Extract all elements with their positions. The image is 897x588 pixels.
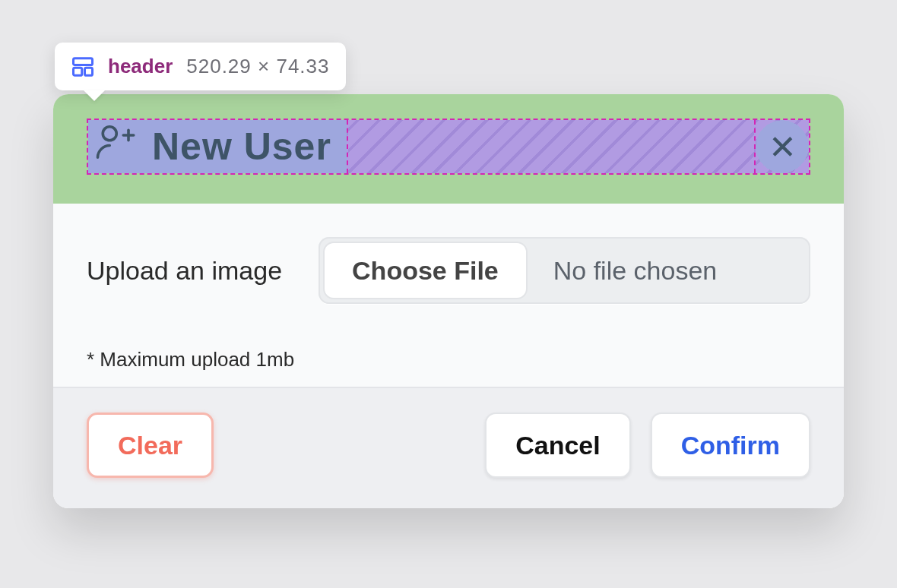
modal-footer: Clear Cancel Confirm <box>53 387 844 508</box>
clear-button[interactable]: Clear <box>87 413 214 478</box>
cancel-button[interactable]: Cancel <box>485 413 631 478</box>
close-button[interactable]: ✕ <box>756 120 809 173</box>
tooltip-dimensions: 520.29 × 74.33 <box>186 55 329 78</box>
file-input[interactable]: Choose File No file chosen <box>319 237 810 304</box>
upload-label: Upload an image <box>87 256 282 286</box>
file-status: No file chosen <box>532 237 810 304</box>
confirm-button[interactable]: Confirm <box>651 413 810 478</box>
upload-hint: * Maximum upload 1mb <box>87 348 810 371</box>
add-user-icon <box>94 122 135 172</box>
tooltip-element-name: header <box>108 55 173 78</box>
modal-body: Upload an image Choose File No file chos… <box>53 204 844 387</box>
modal-title: New User <box>152 125 331 169</box>
upload-row: Upload an image Choose File No file chos… <box>87 237 810 304</box>
svg-rect-2 <box>85 68 93 75</box>
svg-point-3 <box>103 127 116 141</box>
flex-gap-overlay <box>347 120 756 173</box>
svg-rect-1 <box>74 68 82 75</box>
modal-header: New User ✕ <box>53 94 844 204</box>
devtools-tooltip: header 520.29 × 74.33 <box>55 43 346 90</box>
layout-icon <box>71 55 94 78</box>
choose-file-button[interactable]: Choose File <box>323 242 528 299</box>
new-user-modal: New User ✕ Upload an image Choose File N… <box>53 94 844 508</box>
svg-rect-0 <box>74 58 93 65</box>
modal-header-content: New User <box>88 120 347 173</box>
devtools-element-overlay: New User ✕ <box>87 119 810 175</box>
close-icon: ✕ <box>769 128 797 166</box>
